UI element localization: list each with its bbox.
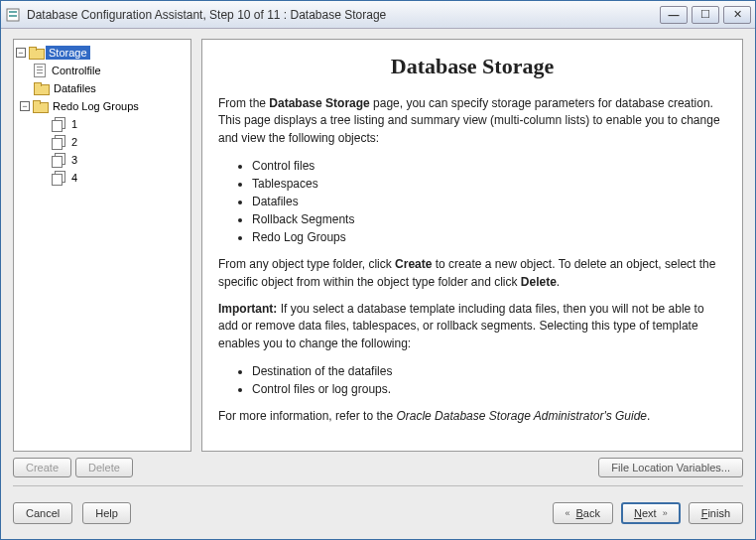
tree-item-controlfile[interactable]: Controlfile bbox=[34, 62, 189, 79]
close-button[interactable]: ✕ bbox=[723, 6, 751, 24]
create-delete-paragraph: From any object type folder, click Creat… bbox=[218, 256, 726, 291]
tree-label[interactable]: 4 bbox=[68, 171, 80, 185]
stack-icon bbox=[52, 153, 65, 167]
list-item: Rollback Segments bbox=[252, 210, 726, 228]
chevron-left-icon: « bbox=[566, 508, 570, 518]
back-label: Back bbox=[576, 507, 600, 519]
svg-rect-1 bbox=[9, 11, 17, 13]
stack-icon bbox=[52, 117, 65, 131]
list-item: Control files or log groups. bbox=[252, 380, 726, 398]
folder-open-icon bbox=[29, 47, 43, 59]
stack-icon bbox=[52, 135, 65, 149]
tree-actions: Create Delete bbox=[13, 458, 191, 477]
content-panel: Database Storage From the Database Stora… bbox=[201, 39, 743, 452]
list-item: Destination of the datafiles bbox=[252, 362, 726, 380]
client-area: − Storage Controlfile Datafiles − bbox=[1, 29, 755, 539]
template-list: Destination of the datafiles Control fil… bbox=[252, 362, 726, 398]
intro-paragraph: From the Database Storage page, you can … bbox=[218, 95, 726, 147]
tree-label[interactable]: Storage bbox=[46, 46, 90, 60]
maximize-button[interactable]: ☐ bbox=[692, 6, 719, 24]
list-item: Tablespaces bbox=[252, 175, 726, 193]
svg-rect-2 bbox=[9, 15, 17, 17]
finish-label: Finish bbox=[701, 507, 730, 519]
tree-panel[interactable]: − Storage Controlfile Datafiles − bbox=[13, 39, 191, 452]
wizard-footer: Cancel Help « Back Next » Finish bbox=[13, 485, 743, 529]
tree-label[interactable]: 1 bbox=[68, 117, 80, 131]
footer-right: « Back Next » Finish bbox=[553, 502, 744, 524]
window-title: Database Configuration Assistant, Step 1… bbox=[27, 8, 660, 22]
finish-button[interactable]: Finish bbox=[689, 502, 743, 524]
tree-item-redo-1[interactable]: 1 bbox=[52, 115, 189, 133]
tree-label[interactable]: 2 bbox=[68, 135, 80, 149]
tree-label[interactable]: 3 bbox=[68, 153, 80, 167]
tree-label[interactable]: Datafiles bbox=[51, 81, 99, 95]
objects-list: Control files Tablespaces Datafiles Roll… bbox=[252, 157, 726, 246]
footer-left: Cancel Help bbox=[13, 502, 131, 524]
chevron-right-icon: » bbox=[663, 508, 668, 518]
back-button[interactable]: « Back bbox=[553, 502, 613, 524]
cancel-button[interactable]: Cancel bbox=[13, 502, 72, 524]
folder-icon bbox=[34, 82, 48, 94]
window: Database Configuration Assistant, Step 1… bbox=[0, 0, 756, 540]
expander-icon[interactable]: − bbox=[20, 101, 30, 111]
tree-item-redo-log-groups[interactable]: − Redo Log Groups bbox=[34, 97, 189, 115]
minimize-button[interactable]: — bbox=[660, 6, 688, 24]
page-heading: Database Storage bbox=[218, 54, 726, 79]
titlebar: Database Configuration Assistant, Step 1… bbox=[1, 1, 755, 29]
folder-open-icon bbox=[33, 100, 47, 112]
more-info-paragraph: For more information, refer to the Oracl… bbox=[218, 408, 726, 425]
tree-root-storage[interactable]: − Storage bbox=[16, 44, 189, 62]
list-item: Redo Log Groups bbox=[252, 228, 726, 246]
help-button[interactable]: Help bbox=[82, 502, 131, 524]
important-paragraph: Important: If you select a database temp… bbox=[218, 301, 726, 352]
tree-item-datafiles[interactable]: Datafiles bbox=[34, 79, 189, 97]
main-row: − Storage Controlfile Datafiles − bbox=[13, 39, 743, 477]
under-content-row: File Location Variables... bbox=[201, 458, 743, 477]
tree-label[interactable]: Redo Log Groups bbox=[50, 99, 142, 113]
next-button[interactable]: Next » bbox=[621, 502, 681, 524]
tree-item-redo-2[interactable]: 2 bbox=[52, 133, 189, 151]
list-item: Control files bbox=[252, 157, 726, 175]
tree-item-redo-4[interactable]: 4 bbox=[52, 169, 189, 187]
expander-icon[interactable]: − bbox=[16, 48, 26, 58]
app-icon bbox=[5, 7, 21, 23]
create-button[interactable]: Create bbox=[13, 458, 71, 477]
window-buttons: — ☐ ✕ bbox=[660, 6, 751, 24]
next-label: Next bbox=[634, 507, 657, 519]
tree-label[interactable]: Controlfile bbox=[49, 64, 104, 77]
list-item: Datafiles bbox=[252, 193, 726, 210]
file-location-variables-button[interactable]: File Location Variables... bbox=[598, 458, 743, 477]
stack-icon bbox=[52, 171, 65, 185]
delete-button[interactable]: Delete bbox=[75, 458, 133, 477]
file-icon bbox=[34, 64, 46, 77]
tree-item-redo-3[interactable]: 3 bbox=[52, 151, 189, 169]
tree-column: − Storage Controlfile Datafiles − bbox=[13, 39, 191, 477]
